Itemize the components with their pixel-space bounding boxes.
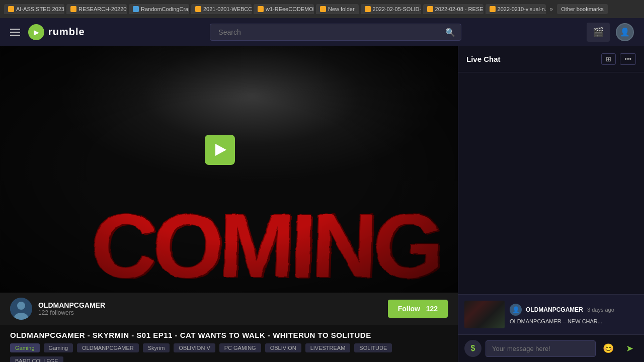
video-tags: Gaming Gaming OLDMANPCGAMER Skyrim OBLIV…	[10, 343, 448, 362]
search-icon[interactable]: 🔍	[445, 27, 455, 37]
chat-input[interactable]	[486, 340, 596, 357]
channel-info: OLDMANPCGAMER 122 followers	[10, 298, 105, 320]
site-logo[interactable]: ▶ rumble	[28, 24, 85, 40]
right-panel: Live Chat ⊞ ••• 👤 OLDMANPCGAMER 3 days a…	[458, 46, 644, 362]
channel-avatar[interactable]	[10, 298, 32, 320]
logo-text: rumble	[48, 26, 85, 38]
tab-icon-3	[133, 6, 139, 12]
channel-bar: OLDMANPCGAMER 122 followers Follow 122	[0, 293, 458, 325]
rec-channel-avatar: 👤	[510, 304, 522, 316]
chat-more-button[interactable]: •••	[620, 53, 636, 65]
browser-tab-8[interactable]: 2022-02-08 - RESE...	[423, 4, 484, 14]
video-coming-text: COMING	[90, 194, 441, 293]
rec-time: 3 days ago	[587, 307, 614, 313]
more-tabs-button[interactable]: »	[548, 4, 555, 15]
emoji-button[interactable]: 😊	[600, 340, 617, 357]
chat-controls: ⊞ •••	[601, 53, 636, 65]
rec-channel-name: OLDMANPCGAMER	[526, 306, 583, 313]
tab-icon-7	[365, 6, 371, 12]
tab-icon-1	[8, 6, 14, 12]
tag-oblivion5[interactable]: OBLIVION V	[174, 343, 215, 352]
upload-button[interactable]: 🎬	[587, 23, 610, 42]
channel-name: OLDMANPCGAMER	[38, 301, 105, 309]
dollar-button[interactable]: $	[464, 340, 481, 357]
other-bookmarks[interactable]: Other bookmarks	[557, 4, 607, 14]
tag-oldman[interactable]: OLDMANPCGAMER	[77, 343, 139, 352]
browser-tab-3[interactable]: RandomCodingCrap	[129, 4, 189, 14]
rec-info: 👤 OLDMANPCGAMER 3 days ago OLDMANPCGAMER…	[510, 304, 638, 325]
recommendation[interactable]: 👤 OLDMANPCGAMER 3 days ago OLDMANPCGAMER…	[458, 294, 644, 334]
rec-thumbnail	[464, 301, 505, 328]
chat-layout-button[interactable]: ⊞	[601, 53, 616, 65]
video-container[interactable]: COMING	[0, 46, 458, 293]
user-avatar[interactable]: 👤	[616, 23, 634, 41]
channel-text: OLDMANPCGAMER 122 followers	[38, 301, 105, 316]
hamburger-menu[interactable]	[10, 29, 20, 36]
tag-skyrim[interactable]: Skyrim	[143, 343, 170, 352]
tag-oblivion[interactable]: OBLIVION	[265, 343, 301, 352]
tag-pcgaming[interactable]: PC GAMING	[219, 343, 261, 352]
live-chat-header: Live Chat ⊞ •••	[458, 46, 644, 72]
video-meta: OLDMANPCGAMER - SKYRMIN - S01 EP11 - CAT…	[0, 325, 458, 362]
play-button[interactable]	[205, 135, 235, 165]
logo-icon: ▶	[28, 24, 44, 40]
tab-icon-4	[195, 6, 201, 12]
main-layout: COMING OLDMANPCGAM	[0, 46, 644, 362]
video-area: COMING OLDMANPCGAM	[0, 46, 458, 362]
header-actions: 🎬 👤	[587, 23, 634, 42]
browser-tab-7[interactable]: 2022-02-05-SOLID-...	[361, 4, 421, 14]
site-header: ▶ rumble 🔍 🎬 👤	[0, 18, 644, 46]
chat-input-area: $ 😊 ➤	[458, 334, 644, 362]
follow-button[interactable]: Follow 122	[388, 300, 448, 318]
tab-icon-5	[258, 6, 264, 12]
rec-title: OLDMANPCGAMER – NEW CHAR...	[510, 318, 638, 325]
search-bar: 🔍	[210, 24, 461, 41]
live-chat-title: Live Chat	[466, 55, 501, 63]
browser-tab-5[interactable]: w1-REeeCODEMOD...	[254, 4, 314, 14]
tag-bard[interactable]: BARD COLLEGE	[10, 356, 63, 362]
tab-icon-8	[427, 6, 433, 12]
tab-icon-6	[320, 6, 326, 12]
chat-body	[458, 72, 644, 294]
rec-channel: 👤 OLDMANPCGAMER 3 days ago	[510, 304, 638, 316]
video-title: OLDMANPCGAMER - SKYRMIN - S01 EP11 - CAT…	[10, 331, 448, 339]
tag-gaming2[interactable]: Gaming	[44, 343, 73, 352]
browser-tab-9[interactable]: 2022-0210-visual-n...	[486, 4, 546, 14]
browser-bar: AI-ASSISTED 2023 RESEARCH-202209... Rand…	[0, 0, 644, 18]
tag-livestream[interactable]: LIVESTREAM	[305, 343, 351, 352]
tab-icon-9	[490, 6, 496, 12]
tag-solitude[interactable]: SOLITUDE	[354, 343, 392, 352]
channel-followers: 122 followers	[38, 309, 105, 316]
send-button[interactable]: ➤	[621, 340, 638, 357]
svg-point-1	[17, 302, 25, 310]
browser-tab-4[interactable]: 2021-0201-WEBCO...	[191, 4, 252, 14]
search-input[interactable]	[210, 24, 461, 41]
browser-tab-2[interactable]: RESEARCH-202209...	[66, 4, 127, 14]
browser-tab-6[interactable]: New folder	[316, 4, 359, 14]
video-thumbnail: COMING	[0, 46, 458, 293]
tag-gaming1[interactable]: Gaming	[10, 343, 40, 352]
browser-tab-1[interactable]: AI-ASSISTED 2023	[4, 4, 64, 14]
tab-icon-2	[70, 6, 76, 12]
